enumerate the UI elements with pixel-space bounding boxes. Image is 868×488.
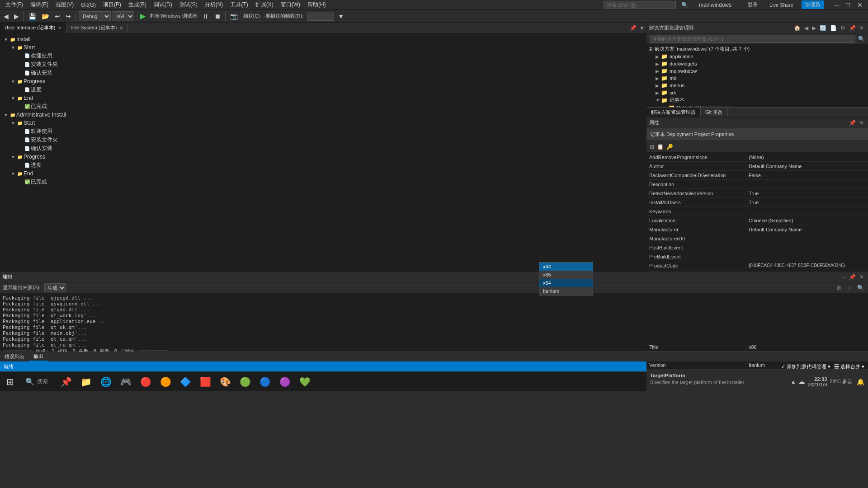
- se-detected-deps[interactable]: ▶ 📁 Detected Dependencies: [646, 104, 868, 107]
- toolbar-redo[interactable]: ↪: [64, 12, 73, 21]
- toolbar-open[interactable]: 📂: [40, 12, 51, 21]
- se-new-solution[interactable]: 📄: [829, 25, 838, 31]
- taskbar-icon-chrome[interactable]: 🌐: [97, 372, 115, 392]
- menu-git[interactable]: Git(G): [77, 1, 99, 9]
- menu-file[interactable]: 文件(F): [2, 0, 27, 9]
- taskbar-icon-vs[interactable]: 🔵: [256, 372, 274, 392]
- prop-row-postbuild[interactable]: PostBuildEvent: [646, 243, 868, 252]
- dropdown-itanium-option[interactable]: Itanium: [539, 287, 593, 295]
- tab-fs[interactable]: File System (记事本) ✕: [66, 23, 128, 33]
- taskbar-icon-blue[interactable]: 🔷: [176, 372, 194, 392]
- se-dockwidgets[interactable]: ▶ 📁 dockwidgets: [646, 60, 868, 67]
- se-application[interactable]: ▶ 📁 application: [646, 53, 868, 60]
- taskbar-icon-game[interactable]: 🎮: [117, 372, 135, 392]
- taskbar-icon-orange[interactable]: 🟠: [156, 372, 175, 392]
- se-search-btn[interactable]: 🔍: [857, 36, 866, 42]
- dropdown-x86-option[interactable]: x86: [539, 271, 593, 279]
- prop-row-installallusers[interactable]: InstallAllUsers True: [646, 198, 868, 207]
- tree-end[interactable]: ▼ 📁 End: [0, 94, 646, 102]
- select-repo-btn[interactable]: ☰ 选择合并 ▾: [834, 363, 864, 370]
- menu-window[interactable]: 窗口(W): [277, 0, 304, 9]
- frames-down[interactable]: ▼: [336, 12, 346, 21]
- output-tab-output[interactable]: 输出: [29, 352, 48, 361]
- menu-debug[interactable]: 调试(D): [150, 0, 176, 9]
- pause-button[interactable]: ⏸: [201, 12, 211, 21]
- tree-install-folder[interactable]: 📄 安装文件夹: [0, 60, 646, 69]
- prop-row-detectnewer[interactable]: DetectNewerInstalledVersion True: [646, 189, 868, 198]
- add-to-source-btn[interactable]: ✓ 添加到源代码管理 ▾: [781, 363, 830, 370]
- prop-pin[interactable]: 📌: [848, 120, 857, 126]
- tree-admin-install[interactable]: ▼ 📁 Administrative Install: [0, 111, 646, 119]
- se-tab-git-changes[interactable]: Git 更改: [701, 108, 728, 117]
- menu-build[interactable]: 生成(B): [125, 0, 150, 9]
- tree-welcome[interactable]: 📄 欢迎使用: [0, 52, 646, 60]
- output-minimize[interactable]: ─: [840, 274, 847, 280]
- tree-admin-welcome[interactable]: 📄 欢迎使用: [0, 127, 646, 136]
- prop-row-author[interactable]: Author Default Company Name: [646, 162, 868, 171]
- taskbar-icon-red[interactable]: 🔴: [137, 372, 155, 392]
- se-sdi[interactable]: ▶ 📁 sdi: [646, 89, 868, 96]
- prop-close[interactable]: ✕: [858, 120, 865, 126]
- se-pin[interactable]: 📌: [848, 25, 857, 31]
- se-tab-solution-explorer[interactable]: 解决方案资源管理器: [646, 108, 701, 117]
- menu-extensions[interactable]: 扩展(X): [252, 0, 277, 9]
- taskbar-icon-purple[interactable]: 🟣: [276, 372, 294, 392]
- tree-admin-folder[interactable]: 📄 安装文件夹: [0, 136, 646, 144]
- notification-icon[interactable]: 🔔: [857, 378, 864, 385]
- taskbar-icon-green[interactable]: 🟢: [236, 372, 254, 392]
- taskbar-icon-redbox[interactable]: 🟥: [196, 372, 214, 392]
- se-mdi[interactable]: ▶ 📁 mdi: [646, 75, 868, 82]
- menu-view[interactable]: 视图(V): [52, 0, 77, 9]
- output-clear[interactable]: 🗑: [835, 285, 843, 291]
- output-word-wrap[interactable]: ↕: [847, 285, 852, 291]
- tree-admin-progress-page[interactable]: 📄 进度: [0, 161, 646, 169]
- se-back[interactable]: ◀: [803, 25, 810, 31]
- se-notepad[interactable]: ▼ 📁 记事本: [646, 96, 868, 104]
- se-menus[interactable]: ▶ 📁 menus: [646, 82, 868, 89]
- output-find[interactable]: 🔍: [856, 285, 865, 291]
- prop-row-productcode[interactable]: ProductCode {018FCAC4-408C-4837-8D0F-CD6…: [646, 261, 868, 270]
- panel-menu[interactable]: ▼: [638, 24, 646, 32]
- se-settings[interactable]: ⚙: [839, 25, 847, 31]
- tree-progress-page[interactable]: 📄 进度: [0, 85, 646, 94]
- run-button[interactable]: ▶: [140, 12, 146, 20]
- output-tab-errors[interactable]: 错误列表: [0, 352, 29, 361]
- se-search-input[interactable]: [650, 35, 855, 43]
- taskbar-icon-paint[interactable]: 🎨: [216, 372, 234, 392]
- se-close[interactable]: ✕: [858, 25, 865, 31]
- prop-row-manufacturer[interactable]: Manufacturer Default Company Name: [646, 225, 868, 234]
- close-button[interactable]: ✕: [854, 1, 866, 9]
- restore-button[interactable]: □: [843, 1, 854, 9]
- se-forward[interactable]: ▶: [811, 25, 817, 31]
- menu-test[interactable]: 测试(S): [176, 0, 201, 9]
- toolbar-back[interactable]: ◀: [2, 12, 10, 21]
- prop-row-addremovedprogramsicon[interactable]: AddRemoveProgramsIcon (None): [646, 153, 868, 162]
- tree-install[interactable]: ▼ 📁 Install: [0, 35, 646, 43]
- prop-row-manufacturerurl[interactable]: ManufacturerUrl: [646, 234, 868, 243]
- dropdown-x64-2-option[interactable]: x64: [539, 279, 593, 287]
- tree-install-start[interactable]: ▼ 📁 Start: [0, 43, 646, 52]
- toolbar-forward[interactable]: ▶: [12, 12, 21, 21]
- stop-button[interactable]: ⏹: [212, 12, 222, 21]
- live-share-button[interactable]: Live Share: [766, 1, 797, 9]
- prop-row-localization[interactable]: Localization Chinese (Simplified): [646, 216, 868, 225]
- menu-analyze[interactable]: 分析(N): [201, 0, 227, 9]
- se-sync[interactable]: 🔄: [818, 25, 828, 31]
- prop-categorize-btn[interactable]: 📋: [656, 144, 665, 150]
- tree-admin-start[interactable]: ▼ 📁 Start: [0, 119, 646, 127]
- prop-sort-btn[interactable]: 🔑: [665, 144, 675, 150]
- tree-admin-confirm[interactable]: 📄 确认安装: [0, 144, 646, 153]
- prop-grid-btn[interactable]: ⊞: [648, 144, 656, 150]
- menu-tools[interactable]: 工具(T): [226, 0, 251, 9]
- tab-fs-close[interactable]: ✕: [119, 25, 123, 30]
- tree-progress[interactable]: ▼ 📁 Progress: [0, 77, 646, 85]
- output-close[interactable]: ✕: [858, 274, 865, 280]
- menu-search-input[interactable]: [604, 1, 676, 9]
- prop-row-backwardcompat[interactable]: BackwardCompatibleIDGeneration False: [646, 171, 868, 180]
- capture-button[interactable]: 📷: [228, 12, 240, 21]
- toolbar-undo[interactable]: ↩: [53, 12, 62, 21]
- output-pin[interactable]: 📌: [848, 274, 857, 280]
- start-button[interactable]: ⊞: [0, 372, 20, 392]
- platform-select[interactable]: x64 x86: [113, 11, 134, 21]
- manage-button[interactable]: 管理员: [802, 0, 824, 9]
